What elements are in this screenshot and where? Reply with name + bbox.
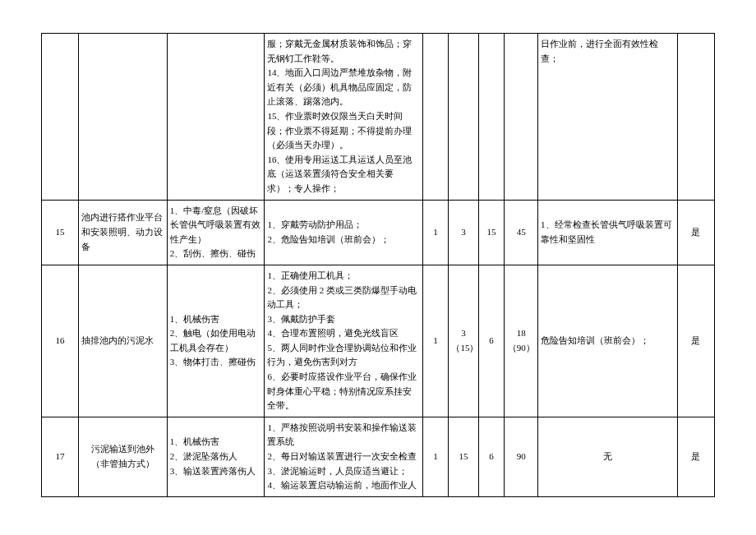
cell-measure: 1、严格按照说明书安装和操作输送装置系统2、每日对输送装置进行一次安全检查3、淤… xyxy=(265,417,422,496)
cell-idx xyxy=(42,34,79,201)
cell-yes xyxy=(677,34,714,201)
cell-task: 抽排池内的污泥水 xyxy=(79,265,167,417)
cell-n1 xyxy=(422,34,449,201)
cell-n3: 15 xyxy=(478,200,505,265)
cell-yes: 是 xyxy=(677,265,714,417)
cell-task xyxy=(79,34,167,201)
cell-n4: 45 xyxy=(505,200,538,265)
cell-n4: 18（90） xyxy=(505,265,538,417)
cell-n2: 15 xyxy=(449,417,478,496)
table-row: 15 池内进行搭作业平台和安装照明、动力设备 1、中毒/窒息（因破坏长管供气呼吸… xyxy=(42,200,715,265)
risk-table: 服；穿戴无金属材质装饰和饰品；穿无钢钉工作鞋等。14、地面入口周边严禁堆放杂物，… xyxy=(41,33,715,497)
cell-risk: 1、中毒/窒息（因破坏长管供气呼吸装置有效性产生）2、刮伤、擦伤、碰伤 xyxy=(167,200,265,265)
cell-risk: 1、机械伤害2、淤泥坠落伤人3、输送装置跨落伤人 xyxy=(167,417,265,496)
cell-risk xyxy=(167,34,265,201)
cell-measure: 服；穿戴无金属材质装饰和饰品；穿无钢钉工作鞋等。14、地面入口周边严禁堆放杂物，… xyxy=(265,34,422,201)
cell-n1: 1 xyxy=(422,200,449,265)
cell-n2: 3（15） xyxy=(449,265,478,417)
cell-n2: 3 xyxy=(449,200,478,265)
cell-extra: 日作业前，进行全面有效性检查； xyxy=(538,34,678,201)
table-row: 17 污泥输送到池外（非管抽方式） 1、机械伤害2、淤泥坠落伤人3、输送装置跨落… xyxy=(42,417,715,496)
cell-extra: 无 xyxy=(538,417,678,496)
cell-n3: 6 xyxy=(478,417,505,496)
cell-risk: 1、机械伤害2、触电（如使用电动工机具会存在）3、物体打击、擦碰伤 xyxy=(167,265,265,417)
table-row: 服；穿戴无金属材质装饰和饰品；穿无钢钉工作鞋等。14、地面入口周边严禁堆放杂物，… xyxy=(42,34,715,201)
cell-measure: 1、穿戴劳动防护用品；2、危险告知培训（班前会）； xyxy=(265,200,422,265)
cell-idx: 16 xyxy=(42,265,79,417)
cell-n4 xyxy=(505,34,538,201)
cell-n1: 1 xyxy=(422,417,449,496)
table-row: 16 抽排池内的污泥水 1、机械伤害2、触电（如使用电动工机具会存在）3、物体打… xyxy=(42,265,715,417)
cell-extra: 1、经常检查长管供气呼吸装置可靠性和坚固性 xyxy=(538,200,678,265)
cell-n3 xyxy=(478,34,505,201)
cell-idx: 15 xyxy=(42,200,79,265)
cell-task: 污泥输送到池外（非管抽方式） xyxy=(79,417,167,496)
cell-idx: 17 xyxy=(42,417,79,496)
cell-yes: 是 xyxy=(677,200,714,265)
cell-n2 xyxy=(449,34,478,201)
cell-n1: 1 xyxy=(422,265,449,417)
cell-task: 池内进行搭作业平台和安装照明、动力设备 xyxy=(79,200,167,265)
cell-yes: 是 xyxy=(677,417,714,496)
cell-extra: 危险告知培训（班前会）； xyxy=(538,265,678,417)
cell-measure: 1、正确使用工机具；2、必须使用 2 类或三类防爆型手动电动工具；3、佩戴防护手… xyxy=(265,265,422,417)
cell-n3: 6 xyxy=(478,265,505,417)
cell-n4: 90 xyxy=(505,417,538,496)
